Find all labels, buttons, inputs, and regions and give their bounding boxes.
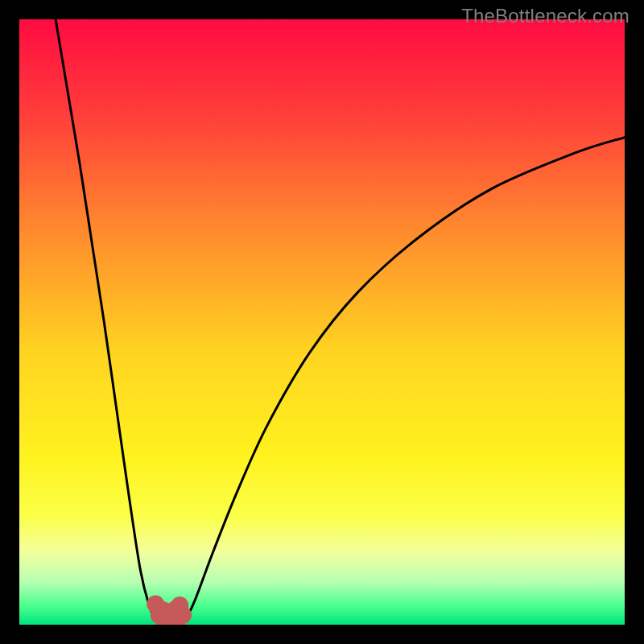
bottleneck-chart	[19, 19, 625, 625]
chart-container: TheBottleneck.com	[0, 0, 644, 644]
gradient-background	[19, 19, 625, 625]
watermark-text: TheBottleneck.com	[461, 5, 630, 27]
